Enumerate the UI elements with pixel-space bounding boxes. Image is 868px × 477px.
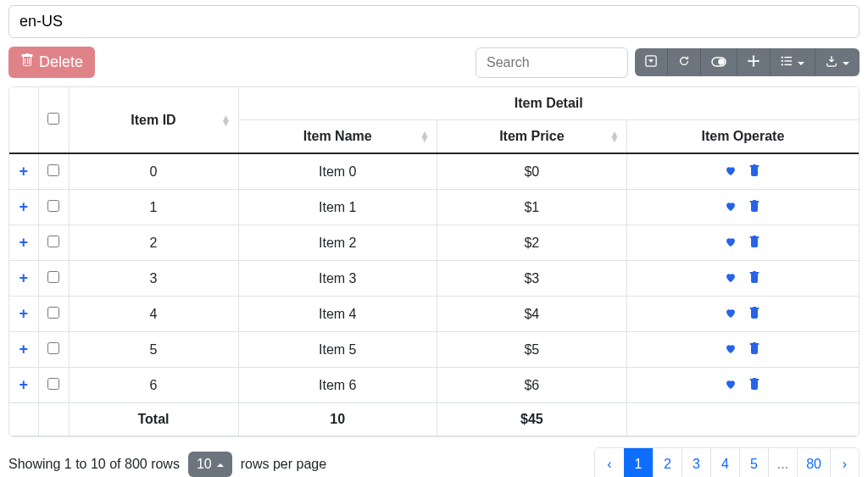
trash-icon[interactable]	[748, 377, 761, 394]
row-checkbox[interactable]	[47, 378, 59, 390]
table-row: +0Item 0$0	[9, 153, 859, 190]
expand-row-button[interactable]: +	[19, 163, 28, 180]
cell-price: $6	[437, 368, 626, 403]
heart-icon[interactable]	[724, 270, 737, 287]
showing-text: Showing 1 to 10 of 800 rows	[8, 457, 180, 472]
table-row: +6Item 6$6	[9, 368, 859, 403]
sort-icon: ▲▼	[221, 115, 231, 125]
cell-price: $3	[437, 261, 626, 297]
search-input[interactable]	[476, 47, 628, 78]
pagination-page[interactable]: 4	[710, 448, 739, 477]
fullscreen-button[interactable]	[737, 48, 770, 76]
row-checkbox[interactable]	[47, 307, 59, 319]
select-all-checkbox[interactable]	[47, 113, 59, 125]
trash-icon[interactable]	[748, 164, 761, 180]
svg-rect-6	[784, 60, 792, 61]
cell-name: Item 4	[238, 297, 437, 332]
footer-total-label: Total	[69, 403, 238, 436]
pagination: ‹ 12345 ... 80 ›	[594, 447, 860, 477]
expand-row-button[interactable]: +	[19, 341, 28, 358]
cell-name: Item 5	[238, 332, 437, 368]
trash-icon[interactable]	[748, 306, 761, 323]
page-size-value: 10	[197, 457, 212, 472]
delete-button[interactable]: Delete	[8, 47, 95, 78]
heart-icon[interactable]	[724, 235, 737, 252]
trash-icon[interactable]	[748, 341, 761, 358]
row-checkbox[interactable]	[47, 271, 59, 283]
footer-total-sum: $45	[437, 403, 626, 436]
row-checkbox[interactable]	[47, 164, 59, 176]
refresh-icon	[678, 55, 690, 69]
trash-icon[interactable]	[748, 199, 761, 216]
expand-row-button[interactable]: +	[19, 376, 28, 393]
svg-point-7	[782, 64, 783, 65]
heart-icon[interactable]	[724, 377, 737, 394]
delete-button-label: Delete	[39, 53, 83, 71]
header-item-detail: Item Detail	[238, 87, 859, 120]
table-row: +2Item 2$2	[9, 225, 859, 261]
toggle-icon	[711, 55, 726, 69]
svg-rect-8	[784, 64, 792, 65]
expand-row-button[interactable]: +	[19, 198, 28, 215]
expand-row-button[interactable]: +	[19, 269, 28, 286]
cell-name: Item 3	[238, 261, 437, 297]
cell-price: $0	[437, 153, 626, 190]
heart-icon[interactable]	[724, 306, 737, 323]
arrows-move-icon	[748, 55, 760, 69]
expand-row-button[interactable]: +	[19, 305, 28, 322]
toolbar: Delete	[8, 47, 860, 78]
heart-icon[interactable]	[724, 199, 737, 216]
cell-id: 0	[69, 153, 238, 190]
table-row: +1Item 1$1	[9, 190, 859, 225]
page-size-dropdown[interactable]: 10	[188, 452, 232, 477]
caret-up-icon	[217, 457, 224, 472]
pagination-ellipsis: ...	[768, 448, 797, 477]
cell-id: 5	[69, 332, 238, 368]
pagination-page[interactable]: 3	[682, 448, 710, 477]
table-row: +3Item 3$3	[9, 261, 859, 297]
footer-total-count: 10	[238, 403, 437, 436]
cell-id: 3	[69, 261, 238, 297]
footer-row: Total 10 $45	[9, 403, 859, 436]
data-table: Item ID ▲▼ Item Detail Item Name ▲▼ Item…	[8, 86, 860, 437]
caret-down-icon	[798, 55, 804, 69]
header-item-operate: Item Operate	[626, 120, 859, 154]
pagination-page[interactable]: 1	[624, 448, 653, 477]
cell-name: Item 1	[238, 190, 437, 225]
cell-id: 1	[69, 190, 238, 225]
header-item-id[interactable]: Item ID ▲▼	[69, 87, 238, 153]
pagination-next[interactable]: ›	[830, 448, 859, 477]
heart-icon[interactable]	[724, 341, 737, 358]
cell-id: 6	[69, 368, 238, 403]
header-item-price[interactable]: Item Price ▲▼	[437, 120, 626, 154]
trash-icon[interactable]	[748, 235, 761, 252]
heart-icon[interactable]	[724, 164, 737, 180]
cell-name: Item 0	[238, 153, 437, 190]
refresh-button[interactable]	[667, 48, 700, 76]
table-actions-group	[635, 48, 860, 76]
row-checkbox[interactable]	[47, 236, 59, 247]
row-checkbox[interactable]	[47, 200, 59, 212]
download-icon	[826, 55, 837, 69]
pagination-last[interactable]: 80	[797, 448, 830, 477]
columns-button[interactable]	[770, 48, 815, 76]
cell-price: $4	[437, 297, 626, 332]
header-item-price-label: Item Price	[499, 129, 564, 143]
toggle-button[interactable]	[700, 48, 737, 76]
locale-input[interactable]	[8, 5, 860, 38]
pagination-prev[interactable]: ‹	[595, 448, 624, 477]
rows-per-page-label: rows per page	[241, 457, 326, 472]
pagination-page[interactable]: 2	[653, 448, 682, 477]
dropdown-toggle-button[interactable]	[635, 48, 667, 76]
svg-point-2	[719, 59, 724, 64]
trash-icon[interactable]	[748, 270, 761, 287]
cell-name: Item 2	[238, 225, 437, 261]
row-checkbox[interactable]	[47, 342, 59, 354]
export-button[interactable]	[815, 48, 860, 76]
expand-row-button[interactable]: +	[19, 234, 28, 251]
header-item-name[interactable]: Item Name ▲▼	[238, 120, 437, 154]
bottom-bar: Showing 1 to 10 of 800 rows 10 rows per …	[8, 447, 860, 477]
header-expand	[9, 87, 38, 153]
svg-point-3	[782, 56, 783, 58]
pagination-page[interactable]: 5	[739, 448, 768, 477]
